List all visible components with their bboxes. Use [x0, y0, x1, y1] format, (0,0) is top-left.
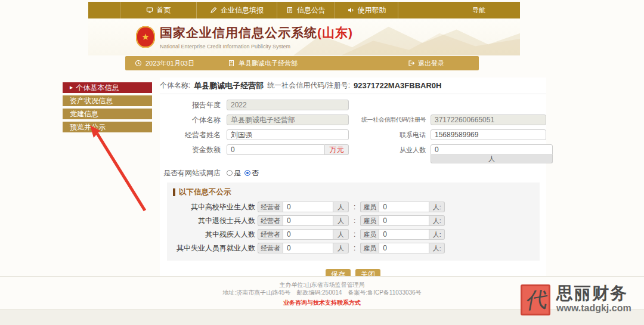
unit-label: 人:	[429, 215, 445, 226]
employees-input[interactable]	[431, 144, 553, 155]
top-nav: 首页 企业信息填报 信息公告 使用帮助 导航	[88, 2, 520, 18]
employees-label: 从业人数	[353, 144, 426, 155]
user-bar: 2023年01月03日 单县鹏诚电子经营部 退出登录	[125, 56, 479, 70]
disabled-persons-employee-input[interactable]	[379, 229, 429, 240]
entity-name-field-label: 个体名称	[160, 114, 221, 125]
website-yes-radio[interactable]	[227, 170, 233, 176]
operator-name-input[interactable]	[227, 129, 349, 140]
college-grads-employee-input[interactable]	[379, 202, 429, 212]
operator-name-label: 经营者姓名	[160, 129, 221, 140]
sidebar-item-label: 党建信息	[70, 109, 98, 119]
section-marker	[173, 188, 175, 196]
unit-label: 人	[333, 202, 349, 212]
reemployed-employee-input[interactable]	[379, 243, 429, 253]
nav-item-announcements[interactable]: 信息公告	[277, 2, 335, 18]
employees-unit-label: 人	[431, 155, 553, 163]
credit-code-input[interactable]	[431, 114, 546, 125]
current-date: 2023年01月03日	[135, 59, 194, 68]
logout-button[interactable]: 退出登录	[407, 59, 444, 68]
website-no-label: 否	[252, 168, 259, 178]
college-grads-operator-input[interactable]	[283, 202, 333, 212]
watermark: 代 思丽财务 www.tadgkj.com	[519, 279, 644, 321]
veterans-employee-input[interactable]	[379, 215, 429, 226]
nav-item-label: 首页	[157, 5, 171, 16]
phone-input[interactable]	[431, 129, 546, 140]
report-year-label: 报告年度	[160, 100, 221, 110]
support-contact-link[interactable]: 业务咨询与技术支持联系方式	[283, 299, 361, 307]
nav-item-label: 信息公告	[297, 5, 326, 16]
watermark-url: www.tadgkj.com	[556, 303, 631, 314]
sidebar-item-party-building[interactable]: 党建信息	[63, 109, 152, 119]
private-row-disabled-persons: 其中残疾人人数 经营者 人 : 雇员 人:	[167, 229, 540, 240]
site-header: ★ 国家企业信用信息公示系统(山东) National Enterprise C…	[88, 18, 520, 55]
credit-code-value: 92371722MA3FBBAR0H	[354, 81, 441, 90]
capital-input[interactable]	[227, 144, 325, 155]
clock-icon	[135, 60, 142, 67]
main-panel: 个体名称: 单县鹏诚电子经营部 统一社会信用代码/注册号: 92371722MA…	[160, 78, 546, 280]
nav-item-label: 使用帮助	[358, 5, 386, 16]
private-info-section: 以下信息不公示 其中高校毕业生人数 经营者 人 : 雇员 人: 其中退役士兵人数…	[167, 182, 540, 261]
employee-prefix-label: 雇员	[360, 202, 379, 212]
website-yes-label: 是	[234, 168, 241, 178]
document-icon	[286, 7, 293, 14]
sidebar-item-preview-publish[interactable]: 预览并公示	[63, 122, 152, 132]
dai-seal-icon: 代	[521, 284, 550, 315]
credit-code-field-label: 统一社会信用代码/注册号	[353, 114, 426, 125]
capital-unit-label: 万元	[325, 144, 349, 155]
sidebar-item-label: 预览并公示	[70, 122, 106, 132]
disabled-persons-operator-input[interactable]	[283, 229, 333, 240]
unit-label: 人:	[429, 229, 445, 240]
mountain-art	[341, 18, 520, 55]
website-no-radio[interactable]	[244, 170, 250, 176]
unit-label: 人	[333, 229, 349, 240]
logout-icon	[407, 60, 414, 67]
unit-label: 人	[333, 215, 349, 226]
monitor-icon	[146, 7, 153, 14]
operator-prefix-label: 经营者	[258, 229, 283, 240]
caret-right-icon: ▶	[70, 85, 73, 90]
logged-in-company: 单县鹏诚电子经营部	[228, 59, 298, 68]
operator-prefix-label: 经营者	[258, 243, 283, 253]
private-section-title: 以下信息不公示	[179, 187, 231, 197]
reemployed-operator-input[interactable]	[283, 243, 333, 253]
private-row-veterans: 其中退役士兵人数 经营者 人 : 雇员 人:	[167, 215, 540, 226]
nav-item-help[interactable]: 使用帮助	[335, 2, 398, 18]
nav-item-label: 企业信息填报	[221, 5, 264, 16]
employee-prefix-label: 雇员	[360, 243, 379, 253]
user-badge-icon	[228, 60, 235, 67]
region-label: (山东)	[317, 26, 353, 39]
private-row-reemployed: 其中失业人员再就业人数 经营者 人 : 雇员 人:	[167, 243, 540, 253]
entity-name-input[interactable]	[227, 114, 349, 125]
nav-item-home[interactable]: 首页	[120, 2, 197, 18]
credit-code-label: 统一社会信用代码/注册号:	[267, 81, 350, 91]
employee-prefix-label: 雇员	[360, 229, 379, 240]
entity-name-value: 单县鹏诚电子经营部	[194, 81, 264, 91]
employee-prefix-label: 雇员	[360, 215, 379, 226]
sidebar-item-basic-info[interactable]: ▶ 个体基本信息	[63, 82, 152, 93]
unit-label: 人:	[429, 243, 445, 253]
entity-name-label: 个体名称:	[160, 81, 190, 91]
entity-header: 个体名称: 单县鹏诚电子经营部 统一社会信用代码/注册号: 92371722MA…	[160, 78, 546, 94]
veterans-operator-input[interactable]	[283, 215, 333, 226]
private-row-college-grads: 其中高校毕业生人数 经营者 人 : 雇员 人:	[167, 202, 540, 212]
operator-prefix-label: 经营者	[258, 202, 283, 212]
nav-item-navigation[interactable]: 导航	[398, 2, 520, 18]
capital-label: 资金数额	[160, 144, 221, 155]
unit-label: 人	[333, 243, 349, 253]
nav-spacer	[88, 2, 120, 18]
sidebar-item-label: 个体基本信息	[76, 83, 119, 93]
watermark-brand: 思丽财务	[556, 282, 628, 305]
report-form: 报告年度 个体名称 统一社会信用代码/注册号 经营者姓名 联系电话	[160, 94, 546, 178]
sidebar: ▶ 个体基本信息 资产状况信息 党建信息 预览并公示	[63, 82, 152, 135]
site-subtitle: National Enterprise Credit Information P…	[160, 44, 353, 49]
pen-icon	[210, 7, 217, 14]
sidebar-item-assets-status[interactable]: 资产状况信息	[63, 95, 152, 106]
unit-label: 人:	[429, 202, 445, 212]
nav-item-enterprise-report[interactable]: 企业信息填报	[197, 2, 277, 18]
site-title: 国家企业信用信息公示系统(山东)	[160, 24, 353, 41]
report-year-input[interactable]	[227, 100, 349, 110]
sidebar-item-label: 资产状况信息	[70, 96, 113, 106]
nav-item-label: 导航	[472, 6, 485, 15]
star-icon: ★	[141, 32, 149, 42]
website-question-label: 是否有网站或网店	[160, 168, 221, 178]
